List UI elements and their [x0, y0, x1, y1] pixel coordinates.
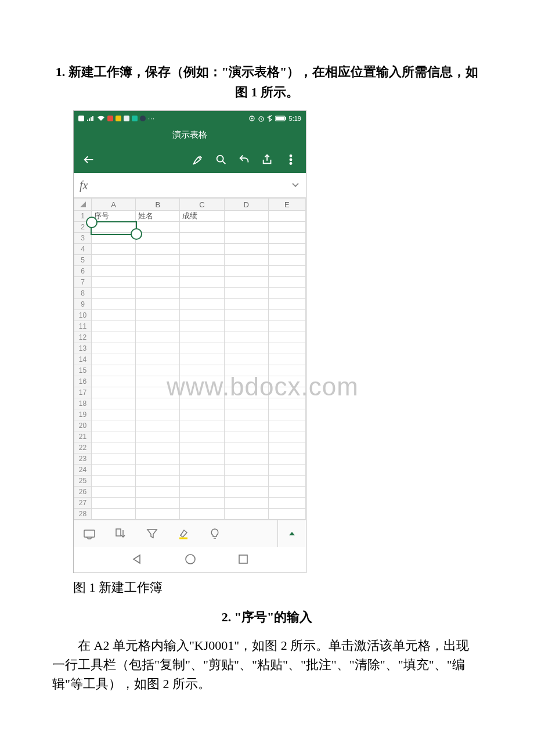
cell[interactable] — [224, 299, 268, 310]
cell[interactable] — [268, 498, 305, 509]
cell[interactable] — [180, 453, 224, 465]
cell[interactable] — [268, 354, 305, 365]
cell[interactable] — [224, 376, 268, 387]
cell[interactable] — [92, 431, 136, 442]
cell[interactable] — [268, 487, 305, 498]
cell[interactable] — [136, 465, 180, 476]
cell[interactable] — [136, 431, 180, 442]
cell[interactable] — [180, 233, 224, 244]
cell[interactable] — [136, 487, 180, 498]
cell[interactable] — [92, 332, 136, 343]
cell[interactable] — [92, 420, 136, 431]
cell[interactable] — [224, 453, 268, 465]
highlight-button[interactable] — [168, 520, 199, 547]
cell[interactable] — [268, 332, 305, 343]
row-header[interactable]: 1 — [74, 211, 92, 222]
cell[interactable] — [92, 453, 136, 465]
cell[interactable] — [268, 288, 305, 299]
cell[interactable] — [268, 211, 305, 222]
cell[interactable] — [92, 476, 136, 487]
cell[interactable] — [92, 277, 136, 288]
expand-ribbon-button[interactable] — [277, 520, 306, 547]
cell[interactable] — [224, 465, 268, 476]
cell[interactable] — [136, 255, 180, 266]
cell[interactable] — [136, 299, 180, 310]
cell[interactable] — [180, 321, 224, 332]
cell[interactable] — [136, 321, 180, 332]
cell[interactable] — [136, 398, 180, 409]
cell[interactable] — [92, 288, 136, 299]
row-header[interactable]: 8 — [74, 288, 92, 299]
cell[interactable] — [180, 498, 224, 509]
row-header[interactable]: 28 — [74, 509, 92, 520]
cell[interactable] — [268, 376, 305, 387]
row-header[interactable]: 19 — [74, 409, 92, 420]
cell[interactable] — [92, 465, 136, 476]
cell[interactable] — [224, 409, 268, 420]
ideas-button[interactable] — [199, 520, 230, 547]
row-header[interactable]: 7 — [74, 277, 92, 288]
cell[interactable] — [224, 487, 268, 498]
select-all-corner[interactable] — [74, 199, 92, 211]
cell[interactable] — [180, 509, 224, 520]
col-header-C[interactable]: C — [180, 199, 224, 211]
cell[interactable] — [224, 222, 268, 233]
draw-button[interactable] — [186, 148, 210, 171]
cell[interactable] — [136, 244, 180, 255]
row-header[interactable]: 23 — [74, 453, 92, 465]
cell[interactable] — [224, 420, 268, 431]
cell[interactable] — [224, 365, 268, 376]
cell[interactable] — [268, 431, 305, 442]
cell[interactable] — [180, 222, 224, 233]
cell[interactable] — [224, 332, 268, 343]
cell[interactable] — [92, 487, 136, 498]
spreadsheet-grid[interactable]: A B C D E 1序号姓名成绩23456789101112131415161… — [74, 198, 306, 520]
cell[interactable]: 成绩 — [180, 211, 224, 222]
row-header[interactable]: 24 — [74, 465, 92, 476]
cell[interactable] — [136, 387, 180, 398]
cell[interactable] — [224, 442, 268, 453]
row-header[interactable]: 17 — [74, 387, 92, 398]
cell[interactable] — [224, 233, 268, 244]
undo-button[interactable] — [233, 148, 256, 171]
row-header[interactable]: 4 — [74, 244, 92, 255]
cell[interactable] — [92, 321, 136, 332]
cell[interactable] — [268, 509, 305, 520]
cell[interactable] — [136, 476, 180, 487]
cell[interactable] — [268, 222, 305, 233]
cell[interactable] — [224, 498, 268, 509]
row-header[interactable]: 18 — [74, 398, 92, 409]
cell[interactable] — [268, 398, 305, 409]
row-header[interactable]: 20 — [74, 420, 92, 431]
cell[interactable]: 姓名 — [136, 211, 180, 222]
cell[interactable] — [92, 509, 136, 520]
cell[interactable] — [180, 299, 224, 310]
cell[interactable] — [92, 387, 136, 398]
cell[interactable] — [268, 299, 305, 310]
cell[interactable] — [136, 332, 180, 343]
col-header-D[interactable]: D — [224, 199, 268, 211]
cell[interactable] — [268, 343, 305, 354]
cell[interactable] — [180, 465, 224, 476]
cell[interactable] — [180, 476, 224, 487]
row-header[interactable]: 26 — [74, 487, 92, 498]
cell[interactable] — [268, 420, 305, 431]
cell[interactable] — [268, 255, 305, 266]
cell[interactable] — [136, 288, 180, 299]
cell[interactable] — [92, 343, 136, 354]
row-header[interactable]: 15 — [74, 365, 92, 376]
cell[interactable] — [92, 233, 136, 244]
cell[interactable] — [180, 354, 224, 365]
cell[interactable] — [180, 343, 224, 354]
cell[interactable] — [268, 442, 305, 453]
cell[interactable] — [136, 343, 180, 354]
cell[interactable] — [136, 266, 180, 277]
cell[interactable] — [268, 310, 305, 321]
cell[interactable] — [136, 509, 180, 520]
cell[interactable] — [268, 244, 305, 255]
row-header[interactable]: 6 — [74, 266, 92, 277]
sheet-tabs-button[interactable] — [74, 520, 105, 547]
cell[interactable] — [92, 266, 136, 277]
cell[interactable] — [180, 332, 224, 343]
cell[interactable] — [92, 498, 136, 509]
